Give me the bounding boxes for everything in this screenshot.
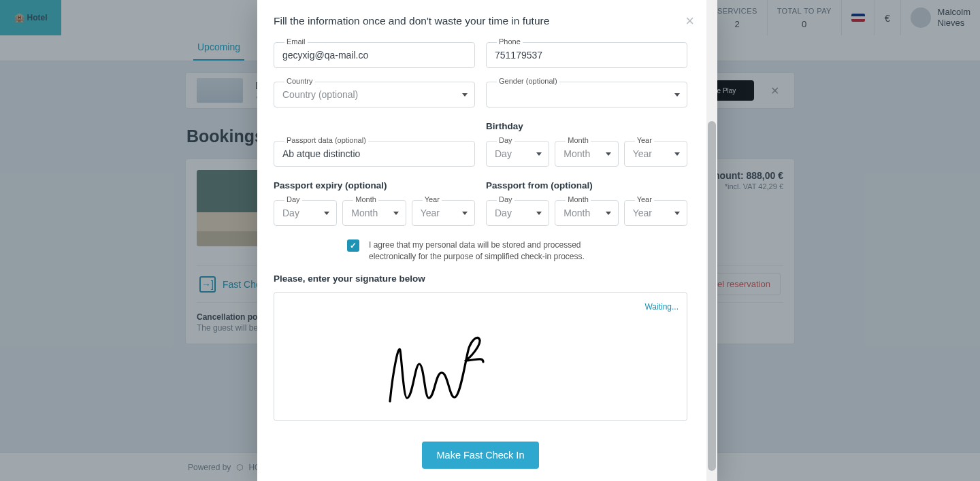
gender-select[interactable] [486,82,687,107]
fast-checkin-modal: Fill the information once and don't wast… [257,0,717,481]
consent-text: I agree that my personal data will be st… [369,239,614,263]
from-year-select[interactable]: Year [624,200,687,226]
label-phone: Phone [497,37,523,46]
label-gender: Gender (optional) [497,77,559,85]
label-email: Email [284,37,308,46]
expiry-day-select[interactable]: Day [274,200,337,226]
label-bday-month: Month [566,136,591,144]
passport-field[interactable] [274,141,475,167]
label-passport-from: Passport from (optional) [486,180,687,190]
label-birthday: Birthday [486,121,687,131]
phone-field[interactable] [486,42,687,68]
label-country: Country [284,77,315,85]
label-bday-year: Year [635,136,654,144]
email-field[interactable] [274,42,475,68]
birthday-month-select[interactable]: Month [555,141,618,167]
expiry-year-select[interactable]: Year [412,200,475,226]
consent-checkbox[interactable]: ✓ [347,239,359,252]
modal-scrollbar[interactable] [706,0,717,481]
signature-label: Please, enter your signature below [274,273,687,284]
from-month-select[interactable]: Month [555,200,618,226]
signature-pad[interactable]: Waiting... [274,292,687,421]
make-fast-checkin-button[interactable]: Make Fast Check In [422,442,540,469]
label-passport-expiry: Passport expiry (optional) [274,180,475,190]
from-day-select[interactable]: Day [486,200,549,226]
signature-status: Waiting... [644,302,679,312]
expiry-month-select[interactable]: Month [342,200,406,226]
modal-close-button[interactable]: × [685,14,694,29]
label-bday-day: Day [497,136,514,144]
country-select[interactable]: Country (optional) [274,82,475,107]
birthday-year-select[interactable]: Year [624,141,687,167]
modal-title: Fill the information once and don't wast… [274,15,549,27]
signature-stroke [387,333,495,408]
birthday-day-select[interactable]: Day [486,141,549,167]
label-passport: Passport data (optional) [284,136,368,144]
